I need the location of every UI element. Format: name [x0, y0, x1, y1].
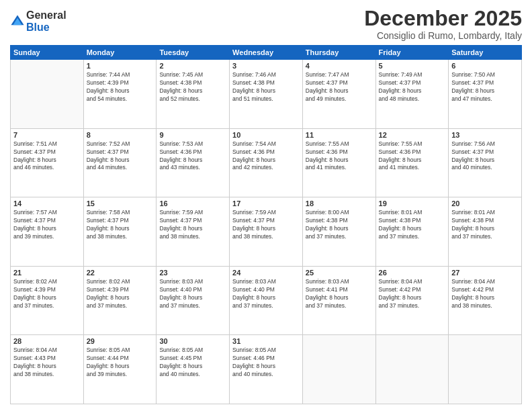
calendar-week-row: 21Sunrise: 8:02 AM Sunset: 4:39 PM Dayli… — [11, 266, 522, 335]
day-number: 13 — [451, 131, 519, 139]
day-info: Sunrise: 8:04 AM Sunset: 4:43 PM Dayligh… — [13, 347, 81, 379]
page: General Blue December 2025 Consiglio di … — [0, 0, 532, 411]
table-row: 9Sunrise: 7:53 AM Sunset: 4:36 PM Daylig… — [157, 128, 230, 197]
table-row: 16Sunrise: 7:59 AM Sunset: 4:37 PM Dayli… — [157, 197, 230, 267]
col-saturday: Saturday — [449, 46, 522, 60]
day-info: Sunrise: 8:03 AM Sunset: 4:41 PM Dayligh… — [306, 278, 373, 310]
day-number: 10 — [232, 131, 300, 139]
day-info: Sunrise: 7:59 AM Sunset: 4:37 PM Dayligh… — [159, 209, 226, 241]
day-number: 3 — [232, 62, 300, 70]
table-row: 25Sunrise: 8:03 AM Sunset: 4:41 PM Dayli… — [302, 266, 375, 335]
calendar-table: Sunday Monday Tuesday Wednesday Thursday… — [10, 45, 522, 404]
day-info: Sunrise: 7:54 AM Sunset: 4:36 PM Dayligh… — [232, 140, 300, 173]
day-number: 26 — [379, 269, 446, 277]
day-info: Sunrise: 8:05 AM Sunset: 4:46 PM Dayligh… — [232, 347, 300, 379]
day-info: Sunrise: 8:01 AM Sunset: 4:38 PM Dayligh… — [451, 209, 519, 241]
logo-general-text: General — [26, 9, 66, 21]
table-row: 20Sunrise: 8:01 AM Sunset: 4:38 PM Dayli… — [449, 197, 522, 267]
day-number: 19 — [379, 199, 446, 208]
day-info: Sunrise: 8:04 AM Sunset: 4:42 PM Dayligh… — [379, 278, 446, 310]
day-number: 8 — [87, 131, 154, 139]
table-row: 26Sunrise: 8:04 AM Sunset: 4:42 PM Dayli… — [375, 266, 449, 335]
day-info: Sunrise: 8:02 AM Sunset: 4:39 PM Dayligh… — [87, 278, 154, 310]
table-row: 19Sunrise: 8:01 AM Sunset: 4:38 PM Dayli… — [375, 197, 449, 267]
table-row — [449, 335, 522, 404]
day-info: Sunrise: 8:01 AM Sunset: 4:38 PM Dayligh… — [379, 209, 446, 241]
calendar-week-row: 28Sunrise: 8:04 AM Sunset: 4:43 PM Dayli… — [11, 335, 522, 404]
day-number: 1 — [87, 62, 154, 70]
calendar-week-row: 14Sunrise: 7:57 AM Sunset: 4:37 PM Dayli… — [11, 197, 522, 267]
day-number: 7 — [13, 131, 81, 139]
table-row — [302, 335, 375, 404]
month-title: December 2025 — [364, 7, 522, 30]
table-row: 30Sunrise: 8:05 AM Sunset: 4:45 PM Dayli… — [157, 335, 230, 404]
table-row — [375, 335, 449, 404]
location-subtitle: Consiglio di Rumo, Lombardy, Italy — [364, 30, 522, 41]
day-number: 30 — [159, 337, 226, 345]
logo-blue-text: Blue — [26, 21, 50, 33]
day-number: 18 — [306, 199, 373, 208]
col-tuesday: Tuesday — [157, 46, 230, 60]
table-row: 17Sunrise: 7:59 AM Sunset: 4:37 PM Dayli… — [230, 197, 303, 267]
table-row: 10Sunrise: 7:54 AM Sunset: 4:36 PM Dayli… — [230, 128, 303, 197]
day-number: 31 — [232, 337, 300, 345]
day-info: Sunrise: 7:59 AM Sunset: 4:37 PM Dayligh… — [232, 209, 300, 241]
table-row: 24Sunrise: 8:03 AM Sunset: 4:40 PM Dayli… — [230, 266, 303, 335]
table-row: 28Sunrise: 8:04 AM Sunset: 4:43 PM Dayli… — [11, 335, 84, 404]
table-row: 8Sunrise: 7:52 AM Sunset: 4:37 PM Daylig… — [83, 128, 157, 197]
day-info: Sunrise: 8:04 AM Sunset: 4:42 PM Dayligh… — [451, 278, 519, 310]
day-info: Sunrise: 8:05 AM Sunset: 4:44 PM Dayligh… — [87, 347, 154, 379]
day-number: 23 — [159, 269, 226, 277]
day-number: 20 — [451, 199, 519, 208]
day-number: 29 — [87, 337, 154, 345]
logo-text: General Blue — [26, 9, 66, 33]
table-row: 27Sunrise: 8:04 AM Sunset: 4:42 PM Dayli… — [449, 266, 522, 335]
calendar-week-row: 1Sunrise: 7:44 AM Sunset: 4:39 PM Daylig… — [11, 60, 522, 129]
day-number: 25 — [306, 269, 373, 277]
table-row: 31Sunrise: 8:05 AM Sunset: 4:46 PM Dayli… — [230, 335, 303, 404]
col-sunday: Sunday — [11, 46, 84, 60]
table-row: 22Sunrise: 8:02 AM Sunset: 4:39 PM Dayli… — [83, 266, 157, 335]
table-row: 6Sunrise: 7:50 AM Sunset: 4:37 PM Daylig… — [449, 60, 522, 129]
day-number: 15 — [87, 199, 154, 208]
day-number: 17 — [232, 199, 300, 208]
day-number: 24 — [232, 269, 300, 277]
logo-icon — [10, 14, 25, 29]
table-row: 21Sunrise: 8:02 AM Sunset: 4:39 PM Dayli… — [11, 266, 84, 335]
day-info: Sunrise: 7:58 AM Sunset: 4:37 PM Dayligh… — [87, 209, 154, 241]
table-row: 18Sunrise: 8:00 AM Sunset: 4:38 PM Dayli… — [302, 197, 375, 267]
day-info: Sunrise: 7:55 AM Sunset: 4:36 PM Dayligh… — [306, 140, 373, 173]
day-number: 2 — [159, 62, 226, 70]
day-info: Sunrise: 7:45 AM Sunset: 4:38 PM Dayligh… — [159, 71, 226, 103]
day-info: Sunrise: 8:05 AM Sunset: 4:45 PM Dayligh… — [159, 347, 226, 379]
day-info: Sunrise: 7:55 AM Sunset: 4:36 PM Dayligh… — [379, 140, 446, 173]
day-number: 27 — [451, 269, 519, 277]
day-number: 14 — [13, 199, 81, 208]
table-row: 13Sunrise: 7:56 AM Sunset: 4:37 PM Dayli… — [449, 128, 522, 197]
day-number: 16 — [159, 199, 226, 208]
day-info: Sunrise: 7:46 AM Sunset: 4:38 PM Dayligh… — [232, 71, 300, 103]
day-number: 4 — [306, 62, 373, 70]
header: General Blue December 2025 Consiglio di … — [10, 7, 522, 41]
table-row: 7Sunrise: 7:51 AM Sunset: 4:37 PM Daylig… — [11, 128, 84, 197]
table-row: 11Sunrise: 7:55 AM Sunset: 4:36 PM Dayli… — [302, 128, 375, 197]
day-info: Sunrise: 8:03 AM Sunset: 4:40 PM Dayligh… — [159, 278, 226, 310]
day-info: Sunrise: 7:53 AM Sunset: 4:36 PM Dayligh… — [159, 140, 226, 173]
day-number: 28 — [13, 337, 81, 345]
day-number: 5 — [379, 62, 446, 70]
table-row: 12Sunrise: 7:55 AM Sunset: 4:36 PM Dayli… — [375, 128, 449, 197]
day-info: Sunrise: 8:03 AM Sunset: 4:40 PM Dayligh… — [232, 278, 300, 310]
day-number: 21 — [13, 269, 81, 277]
table-row: 29Sunrise: 8:05 AM Sunset: 4:44 PM Dayli… — [83, 335, 157, 404]
table-row: 15Sunrise: 7:58 AM Sunset: 4:37 PM Dayli… — [83, 197, 157, 267]
table-row: 14Sunrise: 7:57 AM Sunset: 4:37 PM Dayli… — [11, 197, 84, 267]
col-wednesday: Wednesday — [230, 46, 303, 60]
day-number: 6 — [451, 62, 519, 70]
day-info: Sunrise: 7:57 AM Sunset: 4:37 PM Dayligh… — [13, 209, 81, 241]
day-info: Sunrise: 7:52 AM Sunset: 4:37 PM Dayligh… — [87, 140, 154, 173]
calendar-week-row: 7Sunrise: 7:51 AM Sunset: 4:37 PM Daylig… — [11, 128, 522, 197]
col-friday: Friday — [375, 46, 449, 60]
day-info: Sunrise: 7:50 AM Sunset: 4:37 PM Dayligh… — [451, 71, 519, 103]
day-info: Sunrise: 7:44 AM Sunset: 4:39 PM Dayligh… — [87, 71, 154, 103]
table-row: 2Sunrise: 7:45 AM Sunset: 4:38 PM Daylig… — [157, 60, 230, 129]
